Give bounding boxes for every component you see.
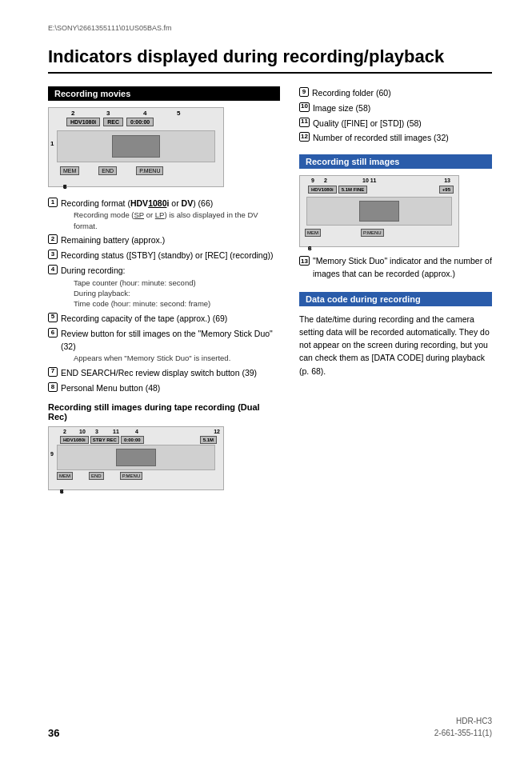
dr-num-3: 3 [95,429,98,434]
data-code-text: The date/time during recording and the c… [299,313,492,378]
indicator-11: 11 Quality ([FINE] or [STD]) (58) [299,117,492,130]
indicators-list-right-top: 9 Recording folder (60) 10 Image size (5… [299,86,492,145]
footer-model: HDR-HC3 [434,715,492,727]
rsi-num-13: 13 [444,178,450,183]
indicator-1: 1 Recording format (HDV1080i or DV) (66)… [48,197,280,231]
file-path: E:\SONY\2661355111\01US05BAS.fm [48,24,492,32]
indicator-9: 9 Recording folder (60) [299,86,492,100]
footer-part: 2-661-355-11(1) [434,727,492,739]
dual-rec-diagram: 2 10 3 11 4 9 HDV1080i STBY REC 0:00:00 … [48,426,224,490]
page-title: Indicators displayed during recording/pl… [48,46,492,74]
diagram-num-1: 1 [50,140,54,147]
footer-info: HDR-HC3 2-661-355-11(1) [434,715,492,739]
indicators-list-left: 1 Recording format (HDV1080i or DV) (66)… [48,197,280,394]
rsi-num-10: 10 11 [362,178,377,183]
recording-movies-header: Recording movies [48,86,280,101]
indicator-6: 6 Review button for still images on the … [48,327,280,364]
indicator-2: 2 Remaining battery (approx.) [48,234,280,246]
dual-rec-section-title: Recording still images during tape recor… [48,402,280,421]
indicator-5: 5 Recording capacity of the tape (approx… [48,312,280,325]
dr-num-9: 9 [50,451,54,457]
dr-num-12: 12 [214,429,220,434]
recording-movies-diagram: 2 3 4 5 1 HDV1080i REC 0:00:00 6 7 [48,107,224,187]
dr-num-11: 11 [113,429,119,434]
indicator-7: 7 END SEARCH/Rec review display switch b… [48,366,280,379]
indicator-12: 12 Number of recorded still images (32) [299,131,492,145]
diagram-num-8: 8 [63,183,66,190]
diagram-num-3: 3 [106,110,110,117]
diagram-num-2: 2 [71,110,74,117]
indicator-3: 3 Recording status ([STBY] (standby) or … [48,249,280,262]
page-number: 36 [48,727,59,739]
rsi-num-8-bot: 8 [308,245,311,252]
data-code-header: Data code during recording [299,292,492,306]
dr-num-4: 4 [135,429,138,434]
rsi-num-2: 2 [324,178,327,183]
indicator-4: 4 During recording: Tape counter (hour: … [48,264,280,309]
diagram-num-4: 4 [143,110,146,117]
dr-num-2: 2 [63,429,66,434]
diagram-num-5: 5 [177,110,180,117]
dr-num-10: 10 [79,429,86,434]
indicator-13: 13 "Memory Stick Duo" indicator and the … [299,255,492,281]
dr-num-8-bot: 8 [60,488,63,495]
indicator-8: 8 Personal Menu button (48) [48,382,280,394]
recording-still-images-diagram: 9 2 10 11 13 HDV1080i 5.1M FINE +95 [299,175,459,247]
recording-still-images-header: Recording still images [299,154,492,169]
rsi-num-9: 9 [311,178,314,183]
indicator-10: 10 Image size (58) [299,102,492,115]
